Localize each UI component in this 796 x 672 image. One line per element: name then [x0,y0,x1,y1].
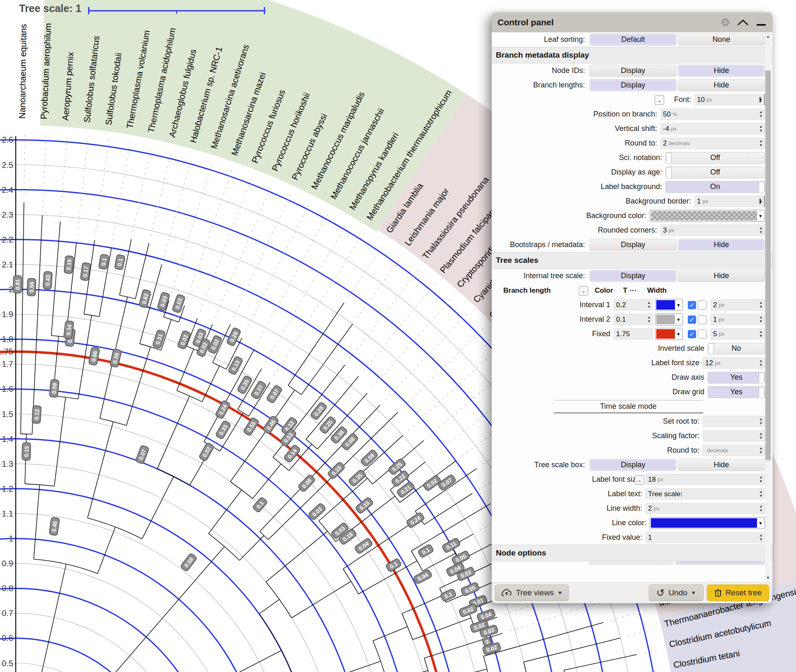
tree-branch[interactable] [252,464,281,499]
expand-checkbox-icon[interactable]: ⌄ [635,475,644,485]
label-background-toggle[interactable]: On [665,181,765,193]
color-dropdown[interactable]: ▼ [655,299,683,311]
tree-branch[interactable] [373,626,408,640]
stepper-icon[interactable]: ▲▼ [759,504,763,512]
stepper-icon[interactable]: ▲▼ [759,226,763,234]
color-dropdown[interactable]: ▼ [655,313,683,325]
panel-scrollbar[interactable]: ▲ ▼ [765,32,771,582]
tree-branch[interactable] [483,623,603,656]
fixed-scale-text-checkbox[interactable]: ✓ [688,330,696,338]
tree-branch[interactable] [306,376,359,439]
position-on-branch-input[interactable]: 50%▲▼ [660,109,765,120]
stepper-icon[interactable]: ▲▼ [759,301,763,309]
stepper-icon[interactable]: ▲▼ [759,446,763,454]
tree-branch-arc[interactable] [524,662,529,672]
scale-label-font-size-input[interactable]: 12px▲▼ [703,357,765,369]
stepper-icon[interactable]: ▲▼ [647,301,651,309]
interval-1-width-input[interactable]: 2px▲▼ [711,299,765,311]
stepper-icon[interactable]: ▲▼ [759,432,763,440]
rounded-corners-input[interactable]: 3px▲▼ [660,225,765,236]
vertical-shift-input[interactable]: -4px▲▼ [660,123,765,134]
tree-views-button[interactable]: Tree views ▼ [495,585,569,601]
reset-tree-button[interactable]: Reset tree [707,585,769,601]
tree-branch[interactable] [142,477,174,539]
round-to-input[interactable]: 2decimals▲▼ [660,138,765,149]
background-border-input[interactable]: 1px▲▼ [694,196,764,207]
tree-branch[interactable] [36,564,66,672]
branch-length-font-input[interactable]: 10px▲▼ [694,94,764,105]
expand-checkbox-icon[interactable]: ⌄ [655,95,664,105]
bootstraps-metadata-hide-button[interactable]: Hide [678,239,765,251]
tree-branch[interactable] [51,221,61,336]
internal-tree-scale-display-button[interactable]: Display [590,270,677,282]
interval-1-text-checkbox[interactable]: ✓ [688,301,696,309]
interval-2-text-checkbox[interactable]: ✓ [688,315,696,324]
tree-branch[interactable] [259,599,279,614]
box-line-width-input[interactable]: 2px▲▼ [646,503,765,514]
tree-branch[interactable] [240,536,264,560]
tree-branch-arc[interactable] [259,614,298,672]
scrollbar-thumb[interactable] [765,70,771,460]
undo-button[interactable]: ↺ Undo ▼ [649,585,704,601]
tree-branch[interactable] [114,546,224,672]
node-ids-hide-button[interactable]: Hide [678,65,765,77]
stepper-icon[interactable]: ▲▼ [759,490,763,498]
stepper-icon[interactable]: ▲▼ [759,315,763,323]
tree-branch-arc[interactable] [424,658,431,672]
tree-branch[interactable] [524,638,620,662]
scroll-up-icon[interactable]: ▲ [765,33,771,40]
time-round-to-input[interactable]: decimals▲▼ [703,445,765,456]
stepper-icon[interactable]: ▲▼ [759,359,763,367]
collapse-panel-icon[interactable] [737,19,749,26]
tree-branch[interactable] [298,661,381,672]
bootstraps-metadata-display-button[interactable]: Display [590,239,677,251]
interval-1-value-input[interactable]: 0.2▲▼ [614,299,653,311]
tree-branch[interactable] [148,650,281,672]
stepper-icon[interactable]: ▲▼ [759,139,763,147]
interval-1-extra-checkbox[interactable] [698,301,707,310]
tree-branch[interactable] [157,396,189,469]
tree-branch[interactable] [21,202,24,434]
stepper-icon[interactable]: ▲▼ [759,110,763,118]
minimize-panel-icon[interactable] [756,19,767,26]
tree-branch[interactable] [32,215,42,434]
tree-branch[interactable] [97,527,115,573]
color-dropdown[interactable]: ▼ [655,328,683,340]
sci-notation-toggle[interactable]: Off [665,152,765,164]
leaf-sorting-default-button[interactable]: Default [590,34,677,46]
set-root-to-input[interactable]: ▲▼ [703,416,765,427]
tree-branch[interactable] [266,531,328,582]
internal-tree-scale-hide-button[interactable]: Hide [678,270,765,282]
stepper-icon[interactable]: ▲▼ [759,124,763,133]
expand-checkbox-icon[interactable]: ⌄ [579,286,588,296]
stepper-icon[interactable]: ▲▼ [759,417,763,425]
scroll-down-icon[interactable]: ▼ [765,575,771,581]
fixed-scale-extra-checkbox[interactable] [698,330,707,339]
control-panel-header[interactable]: Control panel ⚙ [492,12,772,32]
settings-gear-icon[interactable]: ⚙ [721,16,730,29]
branch-lengths-hide-button[interactable]: Hide [678,79,765,91]
node-ids-display-button[interactable]: Display [590,65,677,77]
tree-branch[interactable] [318,393,367,449]
stepper-icon[interactable]: ▲▼ [759,533,763,541]
color-dropdown[interactable]: ▼ [650,210,765,222]
fixed-scale-value-input[interactable]: 1.75 [614,328,653,340]
box-label-text-input[interactable]: Tree scale:▲▼ [646,488,765,500]
branch-lengths-display-button[interactable]: Display [590,79,677,91]
tree-scale-box-display-button[interactable]: Display [590,459,677,471]
tree-branch[interactable] [431,669,487,672]
leaf-label[interactable]: Nanoarchaeum equitans [17,24,28,119]
display-as-age-toggle[interactable]: Off [665,167,765,178]
box-label-font-size-input[interactable]: 18px▲▼ [646,474,765,485]
tree-branch[interactable] [387,670,428,672]
tree-branch-arc[interactable] [564,670,567,672]
stepper-icon[interactable]: ▲▼ [759,475,763,483]
interval-2-width-input[interactable]: 1px▲▼ [711,314,765,325]
scaling-factor-input[interactable]: ▲▼ [703,430,765,442]
leaf-sorting-none-button[interactable]: None [678,34,765,46]
tree-branch-arc[interactable] [373,641,388,672]
tree-branch[interactable] [126,347,150,426]
tree-branch[interactable] [209,490,242,534]
draw-axis-toggle[interactable]: Yes [708,372,765,383]
tree-scale-box-hide-button[interactable]: Hide [678,459,765,471]
